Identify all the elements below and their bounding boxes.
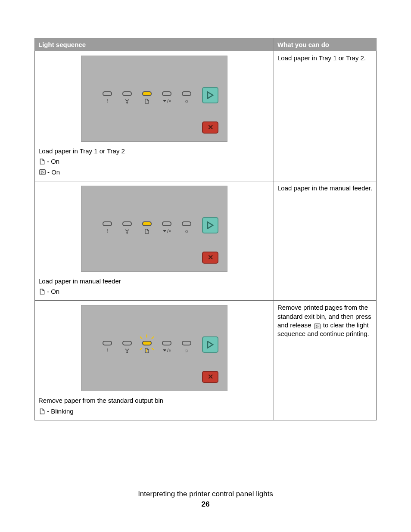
jam-icon (125, 348, 130, 354)
header-light-sequence: Light sequence (35, 38, 274, 51)
load-paper-light-blinking (142, 341, 152, 345)
header-what-you-can-do: What you can do (274, 38, 377, 51)
exclaim-icon: ! (106, 99, 108, 103)
jam-icon (125, 99, 130, 105)
action-text: Remove printed pages from the standard e… (274, 301, 377, 420)
table-row: ! ⏷/⊗ ☼ (35, 301, 377, 420)
action-text: Load paper in the manual feeder. (274, 181, 377, 301)
sequence-caption: Load paper in Tray 1 or Tray 2 (38, 147, 270, 156)
continue-icon (314, 324, 321, 329)
ready-icon: ☼ (184, 229, 189, 233)
continue-button (202, 87, 218, 103)
ready-icon: ☼ (184, 348, 189, 353)
light-state: - On (38, 168, 270, 177)
continue-button (202, 217, 218, 233)
paper-icon (38, 158, 46, 165)
ready-icon: ☼ (184, 99, 189, 103)
paper-icon (145, 99, 149, 105)
light-state: - Blinking (38, 407, 270, 416)
footer-title: Interpreting the printer control panel l… (0, 490, 411, 498)
load-paper-light-on (142, 91, 152, 96)
continue-button (202, 336, 218, 353)
toner-icon: ⏷/⊗ (162, 348, 171, 353)
page-footer: Interpreting the printer control panel l… (0, 490, 411, 509)
light-sequence-table: Light sequence What you can do ! ⏷/⊗ ☼ (34, 38, 377, 420)
continue-icon (39, 169, 46, 175)
cancel-button: ✕ (202, 121, 218, 134)
toner-icon: ⏷/⊗ (162, 229, 171, 233)
paper-icon (38, 408, 46, 415)
exclaim-icon: ! (106, 348, 108, 353)
light-state: - On (38, 287, 270, 296)
sequence-caption: Load paper in manual feeder (38, 277, 270, 286)
jam-icon (125, 229, 130, 235)
page-number: 26 (0, 500, 411, 509)
printer-panel: ! ⏷/⊗ ☼ ✕ (81, 186, 227, 272)
light-state: - On (38, 157, 270, 166)
paper-icon (38, 288, 46, 295)
cancel-button: ✕ (202, 371, 218, 383)
printer-panel: ! ⏷/⊗ ☼ ✕ (81, 56, 227, 142)
table-row: ! ⏷/⊗ ☼ ✕ Load paper in manual feeder - … (35, 181, 377, 301)
paper-icon (145, 229, 149, 235)
cancel-button: ✕ (202, 252, 218, 264)
toner-icon: ⏷/⊗ (162, 99, 171, 103)
action-text: Load paper in Tray 1 or Tray 2. (274, 51, 377, 181)
printer-panel: ! ⏷/⊗ ☼ (81, 305, 227, 391)
load-paper-light-on (142, 221, 152, 226)
sequence-caption: Remove paper from the standard output bi… (38, 396, 270, 405)
table-row: ! ⏷/⊗ ☼ ✕ Load paper in Tray 1 or Tray 2… (35, 51, 377, 181)
exclaim-icon: ! (106, 229, 108, 233)
